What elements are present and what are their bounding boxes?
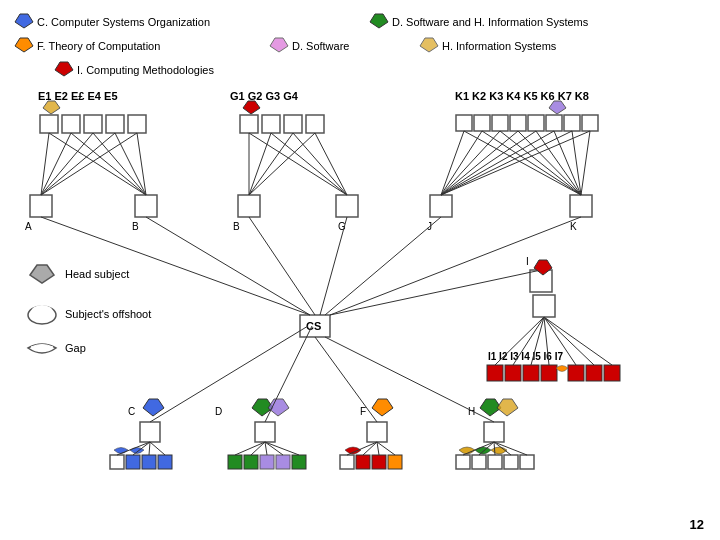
gap-label: Gap [65, 342, 86, 354]
svg-rect-136 [504, 455, 518, 469]
svg-rect-10 [106, 115, 124, 133]
page-number: 12 [690, 517, 704, 532]
svg-line-19 [49, 133, 146, 195]
svg-rect-85 [604, 365, 620, 381]
svg-rect-82 [541, 365, 557, 381]
legend-h-label: H. Information Systems [442, 40, 557, 52]
svg-rect-124 [388, 455, 402, 469]
svg-rect-121 [340, 455, 354, 469]
svg-line-117 [265, 442, 299, 455]
page: C. Computer Systems Organization D. Soft… [0, 0, 720, 540]
svg-rect-81 [523, 365, 539, 381]
node-b-left-label: B [132, 221, 139, 232]
svg-marker-0 [15, 14, 33, 28]
svg-marker-2 [15, 38, 33, 52]
svg-marker-119 [372, 399, 393, 416]
svg-rect-96 [110, 455, 124, 469]
svg-rect-11 [128, 115, 146, 133]
group-k-label: K1 K2 K3 K4 K5 K6 K7 K8 [455, 90, 589, 102]
svg-rect-80 [505, 365, 521, 381]
svg-rect-122 [356, 455, 370, 469]
svg-rect-110 [260, 455, 274, 469]
svg-marker-106 [268, 399, 289, 416]
svg-rect-120 [367, 422, 387, 442]
svg-rect-40 [474, 115, 490, 131]
svg-marker-1 [370, 14, 388, 28]
svg-line-129 [315, 337, 377, 422]
svg-line-114 [251, 442, 265, 455]
svg-line-77 [330, 270, 541, 315]
svg-rect-98 [142, 455, 156, 469]
svg-rect-27 [284, 115, 302, 133]
svg-rect-79 [487, 365, 503, 381]
node-a-label: A [25, 221, 32, 232]
svg-rect-111 [276, 455, 290, 469]
svg-rect-137 [520, 455, 534, 469]
svg-rect-26 [262, 115, 280, 133]
svg-rect-47 [582, 115, 598, 131]
svg-line-126 [363, 442, 377, 455]
svg-line-128 [377, 442, 395, 455]
node-k-label: K [570, 221, 577, 232]
legend-d-label: D. Software [292, 40, 349, 52]
node-c-label: C [128, 406, 135, 417]
svg-line-115 [265, 442, 267, 455]
svg-rect-133 [456, 455, 470, 469]
svg-marker-78 [534, 260, 552, 275]
svg-line-17 [41, 133, 115, 195]
svg-marker-131 [497, 399, 518, 416]
svg-rect-112 [292, 455, 306, 469]
group-g-label: G1 G2 G3 G4 [230, 90, 299, 102]
legend-c-label: C. Computer Systems Organization [37, 16, 210, 28]
node-i-label: I [526, 256, 529, 267]
svg-marker-6 [43, 101, 60, 114]
svg-line-52 [441, 131, 500, 195]
svg-rect-97 [126, 455, 140, 469]
svg-rect-109 [244, 455, 258, 469]
svg-rect-39 [456, 115, 472, 131]
svg-rect-28 [306, 115, 324, 133]
svg-rect-84 [586, 365, 602, 381]
svg-line-65 [581, 131, 590, 195]
svg-line-35 [249, 133, 347, 195]
svg-rect-48 [430, 195, 452, 217]
svg-marker-5 [55, 62, 73, 76]
svg-rect-13 [135, 195, 157, 217]
svg-rect-46 [564, 115, 580, 131]
svg-marker-94 [143, 399, 164, 416]
svg-point-68 [32, 306, 52, 318]
svg-line-71 [41, 217, 310, 315]
svg-rect-9 [84, 115, 102, 133]
svg-rect-8 [62, 115, 80, 133]
svg-rect-132 [484, 422, 504, 442]
svg-line-103 [150, 442, 165, 455]
svg-rect-86 [533, 295, 555, 317]
svg-line-127 [377, 442, 379, 455]
svg-marker-66 [30, 265, 54, 283]
svg-line-116 [265, 442, 283, 455]
svg-marker-3 [270, 38, 288, 52]
legend-dh-label: D. Software and H. Information Systems [392, 16, 589, 28]
group-e-label: E1 E2 E£ E4 E5 [38, 90, 118, 102]
svg-line-73 [249, 217, 315, 315]
svg-line-113 [235, 442, 265, 455]
node-f-label: F [360, 406, 366, 417]
svg-rect-7 [40, 115, 58, 133]
cs-node-label: CS [306, 320, 321, 332]
svg-rect-95 [140, 422, 160, 442]
svg-rect-83 [568, 365, 584, 381]
legend-f-label: F. Theory of Computation [37, 40, 160, 52]
svg-line-33 [249, 133, 293, 195]
svg-line-143 [325, 337, 494, 422]
svg-line-61 [518, 131, 581, 195]
svg-marker-4 [420, 38, 438, 52]
svg-rect-107 [255, 422, 275, 442]
svg-line-18 [41, 133, 137, 195]
node-b-label: B [233, 221, 240, 232]
svg-marker-24 [243, 101, 260, 114]
diagram-svg: C. Computer Systems Organization D. Soft… [0, 0, 720, 540]
svg-line-32 [249, 133, 271, 195]
svg-rect-99 [158, 455, 172, 469]
svg-rect-123 [372, 455, 386, 469]
svg-line-140 [494, 442, 495, 455]
